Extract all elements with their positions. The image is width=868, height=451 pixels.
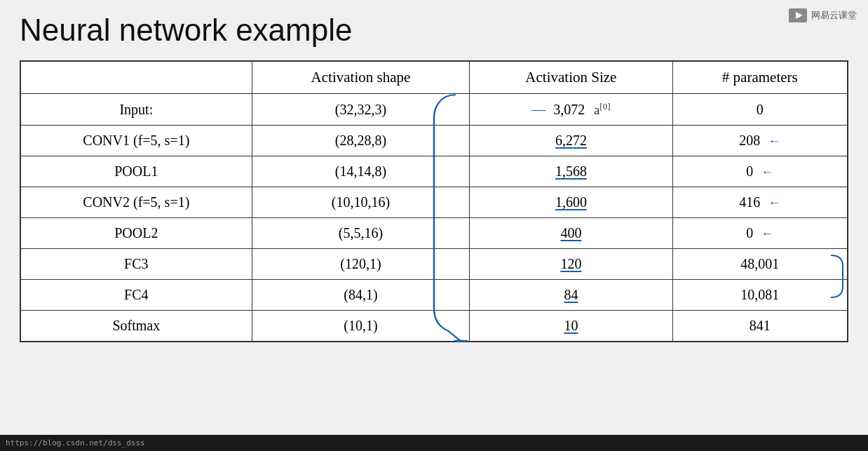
layer-name: Input: <box>20 94 252 126</box>
table-row: FC3 (120,1) 120 48,001 <box>20 249 848 280</box>
page-title: Neural network example <box>20 13 848 48</box>
layer-name: Softmax <box>20 311 252 342</box>
activation-shape: (120,1) <box>252 249 470 280</box>
activation-size: 1,568 <box>470 156 672 187</box>
url-text: https://blog.csdn.net/dss_dsss <box>6 438 145 447</box>
table-row: Input: (32,32,3) — 3,072 a[0] 0 <box>20 94 848 126</box>
layer-name: POOL1 <box>20 156 252 187</box>
parameters: 416 ← <box>672 187 848 218</box>
activation-size: 84 <box>470 280 672 311</box>
activation-size: — 3,072 a[0] <box>470 94 672 126</box>
arrow-right: ← <box>768 196 780 210</box>
url-bar: https://blog.csdn.net/dss_dsss <box>0 435 868 451</box>
table-header-row: Activation shape Activation Size # param… <box>20 61 848 94</box>
arrow-right: ← <box>761 165 773 179</box>
header-activation-shape: Activation shape <box>252 61 470 94</box>
header-activation-size: Activation Size <box>470 61 672 94</box>
arrow-right: ← <box>761 227 773 241</box>
table-row: CONV2 (f=5, s=1) (10,10,16) 1,600 416 ← <box>20 187 848 218</box>
layer-name: FC3 <box>20 249 252 280</box>
slide: 网易云课堂 Neural network example Activation … <box>0 0 868 435</box>
layer-name: POOL2 <box>20 218 252 249</box>
layer-name: CONV2 (f=5, s=1) <box>20 187 252 218</box>
layer-name: CONV1 (f=5, s=1) <box>20 126 252 156</box>
parameters: 48,001 <box>672 249 848 280</box>
watermark: 网易云课堂 <box>789 8 857 22</box>
parameters: 841 <box>672 311 848 342</box>
parameters: 0 ← <box>672 218 848 249</box>
arrow-right: ← <box>768 134 780 148</box>
activation-shape: (28,28,8) <box>252 126 470 156</box>
parameters: 0 <box>672 94 848 126</box>
activation-shape: (32,32,3) <box>252 94 470 126</box>
activation-size: 120 <box>470 249 672 280</box>
header-parameters: # parameters <box>672 61 848 94</box>
activation-size: 6,272 <box>470 126 672 156</box>
watermark-icon <box>789 8 807 22</box>
parameters: 208 ← <box>672 126 848 156</box>
table-row: POOL2 (5,5,16) 400 0 ← <box>20 218 848 249</box>
activation-size: 400 <box>470 218 672 249</box>
activation-shape: (5,5,16) <box>252 218 470 249</box>
table-row: CONV1 (f=5, s=1) (28,28,8) 6,272 208 ← <box>20 126 848 156</box>
table-row: FC4 (84,1) 84 10,081 <box>20 280 848 311</box>
neural-network-table: Activation shape Activation Size # param… <box>20 60 848 342</box>
table-container: Activation shape Activation Size # param… <box>20 60 848 342</box>
header-layer <box>20 61 252 94</box>
activation-shape: (10,1) <box>252 311 470 342</box>
table-row: POOL1 (14,14,8) 1,568 0 ← <box>20 156 848 187</box>
watermark-text: 网易云课堂 <box>811 9 857 22</box>
parameters: 0 ← <box>672 156 848 187</box>
parameters: 10,081 <box>672 280 848 311</box>
activation-size: 1,600 <box>470 187 672 218</box>
activation-size: 10 <box>470 311 672 342</box>
activation-shape: (14,14,8) <box>252 156 470 187</box>
activation-shape: (84,1) <box>252 280 470 311</box>
table-row: Softmax (10,1) 10 841 <box>20 311 848 342</box>
layer-name: FC4 <box>20 280 252 311</box>
activation-shape: (10,10,16) <box>252 187 470 218</box>
